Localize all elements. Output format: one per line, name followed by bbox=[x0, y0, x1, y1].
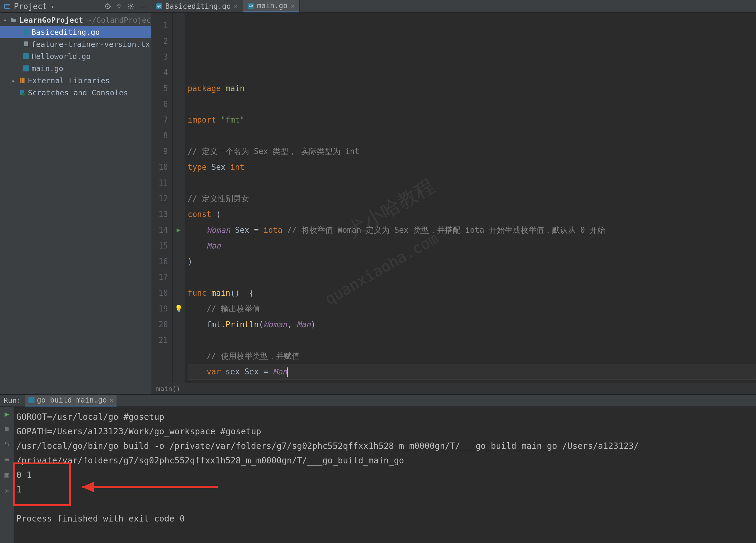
run-panel: Run: go build main.go × ▶ ■ ⇆ ≡ ▣ » GORO… bbox=[0, 394, 756, 543]
layout-icon[interactable]: ⇆ bbox=[5, 439, 9, 448]
svg-point-3 bbox=[107, 6, 108, 7]
target-icon[interactable] bbox=[104, 3, 113, 10]
expand-all-icon[interactable] bbox=[116, 3, 124, 9]
tree-file-feature-trainer[interactable]: feature-trainer-version.txt bbox=[0, 38, 151, 50]
tree-file-main[interactable]: main.go bbox=[0, 62, 151, 74]
tree-file-label: Basicediting.go bbox=[31, 28, 100, 37]
run-output[interactable]: GOROOT=/usr/local/go #gosetup GOPATH=/Us… bbox=[14, 407, 756, 543]
tree-file-label: feature-trainer-version.txt bbox=[31, 40, 154, 49]
go-file-icon bbox=[23, 29, 29, 35]
go-file-icon bbox=[28, 397, 35, 403]
tab-basicediting[interactable]: GO Basicediting.go × bbox=[151, 0, 243, 12]
run-button-icon[interactable]: ▶ bbox=[5, 410, 9, 418]
code-line[interactable]: // 使用枚举类型，并赋值 bbox=[188, 348, 756, 364]
go-file-icon bbox=[23, 53, 29, 59]
svg-rect-18 bbox=[23, 53, 29, 59]
svg-rect-1 bbox=[5, 4, 10, 5]
code-line[interactable] bbox=[188, 128, 756, 143]
project-tool-icon bbox=[4, 3, 11, 10]
svg-rect-20 bbox=[20, 78, 21, 83]
filter-icon[interactable]: ≡ bbox=[5, 455, 9, 464]
project-root-name: LearnGoProject bbox=[19, 16, 83, 25]
code-line[interactable] bbox=[188, 332, 756, 348]
svg-text:GO: GO bbox=[249, 4, 253, 8]
code-line[interactable] bbox=[188, 269, 756, 285]
go-file-icon: GO bbox=[248, 3, 254, 9]
chevron-down-icon[interactable]: ▾ bbox=[51, 3, 54, 10]
tree-scratches[interactable]: Scratches and Consoles bbox=[0, 87, 151, 99]
svg-point-24 bbox=[22, 93, 25, 96]
code-line[interactable]: // 输出枚举值 bbox=[188, 301, 756, 317]
folder-icon bbox=[10, 17, 17, 23]
gutter-icons: ▶ 💡 bbox=[173, 13, 185, 383]
tab-label: main.go bbox=[257, 2, 288, 10]
tab-label: Basicediting.go bbox=[165, 2, 231, 11]
code-line[interactable]: fmt.Println(Woman, Man) bbox=[188, 317, 756, 332]
scratches-icon bbox=[19, 89, 25, 96]
code-line[interactable]: func main() { bbox=[188, 285, 756, 301]
tree-node-label: External Libraries bbox=[28, 76, 110, 85]
code-line[interactable]: // 定义一个名为 Sex 类型， 实际类型为 int bbox=[188, 143, 756, 159]
tab-main[interactable]: GO main.go × bbox=[243, 0, 300, 12]
code-line[interactable] bbox=[188, 96, 756, 112]
svg-text:GO: GO bbox=[157, 5, 161, 8]
code-line[interactable]: Man bbox=[188, 238, 756, 254]
breadcrumb[interactable]: main() bbox=[151, 383, 756, 394]
code-line[interactable]: var sex Sex = Man bbox=[188, 364, 756, 380]
svg-rect-25 bbox=[28, 397, 35, 403]
svg-rect-19 bbox=[23, 65, 29, 71]
project-panel: ▾ LearnGoProject ~/GolandProjec Basicedi… bbox=[0, 13, 151, 394]
close-icon[interactable]: × bbox=[234, 2, 238, 10]
code-line[interactable]: type Sex int bbox=[188, 159, 756, 175]
run-config-label: go build main.go bbox=[37, 396, 107, 404]
code-line[interactable]: fmt.Println(sex) bbox=[188, 380, 756, 383]
go-file-icon: GO bbox=[156, 3, 162, 9]
project-root-path: ~/GolandProjec bbox=[87, 16, 151, 25]
tree-file-helloworld[interactable]: Helloworld.go bbox=[0, 50, 151, 62]
project-toolbar: Project ▾ — bbox=[0, 0, 151, 12]
svg-rect-22 bbox=[23, 78, 25, 83]
more-icon[interactable]: » bbox=[5, 486, 9, 495]
code-editor[interactable]: 123456789101112131415161718192021 ▶ 💡 犬小… bbox=[151, 13, 756, 383]
code-line[interactable]: import "fmt" bbox=[188, 112, 756, 128]
code-line[interactable]: const ( bbox=[188, 206, 756, 222]
gear-icon[interactable] bbox=[127, 3, 136, 10]
line-number-gutter: 123456789101112131415161718192021 bbox=[151, 13, 173, 383]
chevron-right-icon[interactable]: ▸ bbox=[11, 77, 16, 84]
stop-button-icon[interactable]: ■ bbox=[5, 425, 8, 432]
go-file-icon bbox=[23, 65, 29, 71]
run-header: Run: go build main.go × bbox=[0, 395, 756, 407]
tree-file-basicediting[interactable]: Basicediting.go bbox=[0, 26, 151, 38]
project-tool-label[interactable]: Project bbox=[14, 2, 47, 11]
tree-root[interactable]: ▾ LearnGoProject ~/GolandProjec bbox=[0, 14, 151, 26]
tabbar: Project ▾ — GO Basicediting.go × bbox=[0, 0, 756, 13]
code-line[interactable]: Woman Sex = iota // 将枚举值 Woman 定义为 Sex 类… bbox=[188, 222, 756, 238]
chevron-down-icon[interactable]: ▾ bbox=[2, 17, 8, 23]
svg-rect-13 bbox=[23, 29, 29, 35]
run-side-toolbar: ▶ ■ ⇆ ≡ ▣ » bbox=[0, 407, 14, 543]
run-label: Run: bbox=[4, 397, 21, 405]
code-line[interactable] bbox=[188, 175, 756, 191]
close-icon[interactable]: × bbox=[109, 396, 113, 404]
code-line[interactable]: // 定义性别男女 bbox=[188, 191, 756, 206]
hide-panel-icon[interactable]: — bbox=[139, 2, 147, 11]
library-icon bbox=[19, 77, 25, 84]
code-content[interactable]: 犬小哈教程 quanxiaoha.com package main import… bbox=[185, 13, 756, 383]
editor-area: 123456789101112131415161718192021 ▶ 💡 犬小… bbox=[151, 13, 756, 394]
editor-tabs: GO Basicediting.go × GO main.go × bbox=[151, 0, 300, 12]
code-line[interactable]: ) bbox=[188, 254, 756, 269]
tree-file-label: main.go bbox=[31, 64, 63, 73]
run-config-tab[interactable]: go build main.go × bbox=[25, 395, 117, 406]
close-icon[interactable]: × bbox=[291, 2, 294, 10]
svg-point-8 bbox=[130, 5, 132, 7]
print-icon[interactable]: ▣ bbox=[5, 470, 9, 479]
tree-file-label: Helloworld.go bbox=[31, 52, 91, 61]
svg-rect-21 bbox=[21, 78, 23, 83]
text-file-icon bbox=[23, 41, 29, 48]
code-line[interactable]: package main bbox=[188, 81, 756, 96]
tree-node-label: Scratches and Consoles bbox=[28, 88, 128, 97]
tree-external-libraries[interactable]: ▸ External Libraries bbox=[0, 74, 151, 87]
